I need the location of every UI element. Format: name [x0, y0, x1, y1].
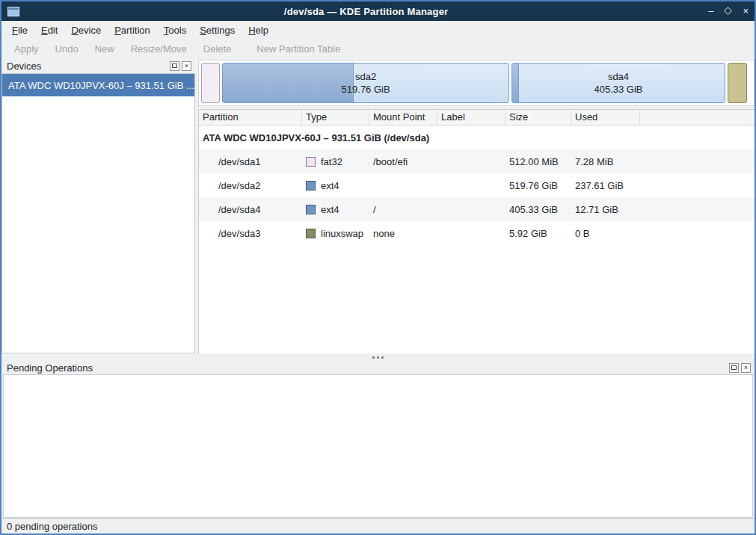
cell-size: 405.33 GiB [505, 204, 571, 215]
pending-float-button[interactable] [729, 363, 739, 373]
main-area: Devices × ATA WDC WD10JPVX-60J – 931.51 … [1, 58, 755, 353]
cell-mount-point: none [369, 228, 437, 239]
close-button[interactable]: × [743, 6, 749, 16]
cell-partition: /dev/sda4 [199, 204, 302, 215]
statusbar: 0 pending operations [1, 518, 755, 534]
delete-button[interactable]: Delete [195, 40, 240, 58]
fs-color-swatch [306, 157, 316, 167]
devices-dock: Devices × ATA WDC WD10JPVX-60J – 931.51 … [1, 58, 195, 353]
devices-float-button[interactable] [170, 61, 179, 71]
column-header-size[interactable]: Size [505, 110, 571, 125]
cell-type: linuxswap [321, 228, 363, 239]
device-list-item[interactable]: ATA WDC WD10JPVX-60J – 931.51 GiB ... [2, 74, 194, 96]
partition-segment-sda4[interactable]: sda4 405.33 GiB [511, 63, 725, 103]
menu-device[interactable]: Device [64, 22, 108, 38]
apply-button[interactable]: Apply [6, 40, 47, 58]
table-row[interactable]: /dev/sda3 linuxswap none 5.92 GiB 0 B [199, 221, 755, 245]
cell-used: 7.28 MiB [571, 156, 640, 167]
undo-button[interactable]: Undo [47, 40, 87, 58]
fs-color-swatch [306, 181, 316, 191]
cell-type: fat32 [321, 156, 342, 167]
segment-size: 405.33 GiB [594, 83, 642, 96]
disk-partition-bar: sda2 519.76 GiB sda4 405.33 GiB [198, 60, 755, 106]
splitter-handle-icon [377, 356, 379, 359]
minimize-button[interactable]: – [708, 6, 713, 16]
maximize-icon [724, 7, 732, 15]
devices-dock-titlebar: Devices × [1, 58, 195, 73]
column-header-mount-point[interactable]: Mount Point [369, 110, 437, 125]
app-icon [7, 7, 19, 16]
cell-partition: /dev/sda2 [199, 180, 302, 191]
devices-close-button[interactable]: × [182, 61, 191, 71]
menu-settings[interactable]: Settings [193, 22, 242, 38]
cell-type: ext4 [321, 204, 339, 215]
table-row[interactable]: /dev/sda2 ext4 519.76 GiB 237.61 GiB [199, 173, 755, 197]
toolbar: Apply Undo New Resize/Move Delete New Pa… [1, 39, 755, 58]
new-partition-table-button[interactable]: New Partition Table [248, 40, 348, 58]
column-header-spacer [640, 110, 755, 125]
close-icon: × [744, 364, 748, 371]
device-label: ATA WDC WD10JPVX-60J – 931.51 GiB ... [8, 80, 194, 91]
right-area: sda2 519.76 GiB sda4 405.33 GiB Partitio… [195, 58, 755, 353]
resize-move-button[interactable]: Resize/Move [123, 40, 195, 58]
menu-help[interactable]: Help [242, 22, 275, 38]
menu-partition[interactable]: Partition [108, 22, 157, 38]
float-icon [172, 64, 177, 68]
segment-size: 519.76 GiB [342, 83, 390, 96]
cell-mount-point: /boot/efi [369, 156, 437, 167]
column-header-label[interactable]: Label [437, 110, 505, 125]
titlebar: /dev/sda — KDE Partition Manager – × [1, 1, 755, 21]
column-header-type[interactable]: Type [302, 110, 369, 125]
partition-table: Partition Type Mount Point Label Size Us… [198, 109, 755, 353]
menu-file[interactable]: File [5, 22, 34, 38]
cell-size: 519.76 GiB [505, 180, 571, 191]
cell-used: 237.61 GiB [571, 180, 640, 191]
cell-type: ext4 [321, 180, 339, 191]
cell-partition: /dev/sda1 [199, 156, 302, 167]
segment-name: sda4 [608, 70, 629, 83]
partition-segment-sda2[interactable]: sda2 519.76 GiB [222, 63, 509, 103]
column-header-used[interactable]: Used [571, 110, 640, 125]
pending-operations-title: Pending Operations [7, 362, 729, 374]
column-header-partition[interactable]: Partition [199, 110, 302, 125]
fs-color-swatch [306, 205, 316, 214]
pending-operations-titlebar: Pending Operations × [1, 361, 755, 374]
cell-size: 5.92 GiB [505, 228, 571, 239]
fs-color-swatch [306, 229, 316, 238]
maximize-button[interactable] [725, 6, 731, 16]
menu-edit[interactable]: Edit [34, 22, 64, 38]
table-header-row: Partition Type Mount Point Label Size Us… [199, 110, 755, 126]
pending-operations-list [3, 374, 753, 518]
menubar: File Edit Device Partition Tools Setting… [1, 21, 755, 39]
close-icon: × [185, 62, 188, 69]
device-list: ATA WDC WD10JPVX-60J – 931.51 GiB ... [1, 73, 195, 353]
device-group-header[interactable]: ATA WDC WD10JPVX-60J – 931.51 GiB (/dev/… [199, 126, 755, 149]
cell-used: 12.71 GiB [571, 204, 640, 215]
cell-used: 0 B [571, 228, 640, 239]
dock-splitter[interactable] [1, 353, 755, 361]
partition-segment-sda3[interactable] [728, 63, 747, 103]
new-button[interactable]: New [87, 40, 123, 58]
partition-segment-sda1[interactable] [201, 63, 220, 103]
devices-dock-title: Devices [7, 61, 170, 72]
app-window: /dev/sda — KDE Partition Manager – × Fil… [0, 0, 756, 535]
menu-tools[interactable]: Tools [157, 22, 193, 38]
cell-mount-point: / [369, 204, 437, 215]
cell-size: 512.00 MiB [505, 156, 571, 167]
pending-close-button[interactable]: × [741, 363, 751, 373]
window-title: /dev/sda — KDE Partition Manager [24, 6, 708, 17]
status-text: 0 pending operations [7, 521, 97, 532]
table-row[interactable]: /dev/sda1 fat32 /boot/efi 512.00 MiB 7.2… [199, 149, 755, 173]
segment-name: sda2 [355, 70, 376, 83]
table-row[interactable]: /dev/sda4 ext4 / 405.33 GiB 12.71 GiB [199, 197, 755, 221]
float-icon [731, 365, 737, 370]
cell-partition: /dev/sda3 [199, 228, 302, 239]
